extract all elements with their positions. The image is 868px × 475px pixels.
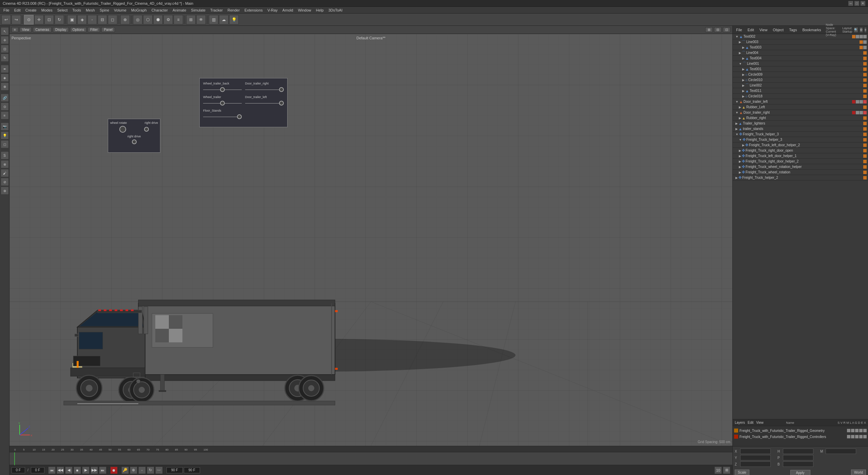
tree-item-rubber-left[interactable]: ▶ ▲ Rubber_Left bbox=[733, 104, 868, 110]
tree-item-left-door-helper-2[interactable]: ▶ ✤ Freight_Truck_left_door_helper_2 bbox=[733, 142, 868, 148]
rpt-bookmarks[interactable]: Bookmarks bbox=[800, 27, 823, 33]
tree-item-wheel-rotation[interactable]: ▶ ✤ Freight_Truck_wheel_rotation bbox=[733, 170, 868, 175]
tree-item-door-trailer-left[interactable]: ▼ ▲ Door_trailer_left bbox=[733, 99, 868, 104]
layers-view-tab[interactable]: View bbox=[756, 421, 764, 424]
menu-character[interactable]: Character bbox=[150, 7, 170, 13]
pb-motion-path[interactable]: 〰 bbox=[155, 467, 163, 474]
rotate-tool-button[interactable]: ↻ bbox=[55, 15, 64, 24]
rpt-search-btn[interactable]: 🔍 bbox=[854, 27, 858, 33]
menu-tools[interactable]: Tools bbox=[70, 7, 83, 13]
rig-knob-3[interactable] bbox=[237, 114, 242, 119]
pb-step-back[interactable]: ◀◀ bbox=[57, 467, 64, 474]
menu-select[interactable]: Select bbox=[55, 7, 70, 13]
left-snap-tool[interactable]: 🔗 bbox=[1, 94, 9, 102]
pb-stop[interactable]: ■ bbox=[74, 467, 81, 474]
vp-fullscreen-btn[interactable]: ⊡ bbox=[723, 27, 730, 32]
tree-item-text003[interactable]: ▶ ▲ Text003 bbox=[733, 45, 868, 50]
vp-maximize-btn[interactable]: ⊞ bbox=[705, 27, 713, 32]
close-button[interactable]: ✕ bbox=[861, 1, 865, 6]
object-mode-button[interactable]: ◈ bbox=[77, 15, 87, 24]
tree-item-freight-helper-3[interactable]: ▼ ✤ Freight_Truck_helper_3 bbox=[733, 132, 868, 137]
left-rig-tool[interactable]: S bbox=[1, 151, 9, 159]
enable-button[interactable]: ⊞ bbox=[186, 15, 196, 24]
tree-item-left-door-open[interactable]: ▶ ✤ Freight_Truck_right_door_open bbox=[733, 148, 868, 153]
rig-cab-knob-1[interactable] bbox=[119, 126, 126, 133]
pb-extra[interactable]: ⊞ bbox=[723, 467, 730, 474]
rig-knob-1[interactable] bbox=[220, 87, 225, 92]
menu-create[interactable]: Create bbox=[23, 7, 39, 13]
render-queue-button[interactable]: ≡ bbox=[174, 15, 183, 24]
world-button[interactable]: World bbox=[851, 470, 866, 475]
menu-3dstoai[interactable]: 3DsToAI bbox=[326, 7, 344, 13]
menu-volume[interactable]: Volume bbox=[112, 7, 129, 13]
coord-b-input[interactable] bbox=[783, 461, 813, 467]
coord-p-input[interactable] bbox=[783, 455, 813, 460]
tree-item-freight-helper-3b[interactable]: ▼ ✤ Freight_Truck_helper_3 bbox=[733, 137, 868, 142]
left-select-tool[interactable]: ↖ bbox=[1, 27, 9, 35]
layers-tab[interactable]: Layers bbox=[735, 421, 745, 424]
undo-button[interactable]: ↩ bbox=[1, 15, 11, 24]
vp-split-btn[interactable]: ⊟ bbox=[714, 27, 722, 32]
vp-panel-btn[interactable]: Panel bbox=[101, 27, 115, 32]
tree-item-line002[interactable]: ▶ ⌒ Line002 bbox=[733, 83, 868, 88]
end-frame-input[interactable] bbox=[166, 467, 183, 473]
tree-item-text011[interactable]: ▶ ▲ Text011 bbox=[733, 88, 868, 94]
vp-options-btn[interactable]: Options bbox=[70, 27, 86, 32]
tree-item-trailer-lighters[interactable]: ▶ ▲ Trailer_lighters bbox=[733, 121, 868, 126]
pb-record[interactable]: ⏺ bbox=[110, 467, 118, 474]
tree-item-freight-helper-2[interactable]: ▶ ✤ Freight_Truck_helper_2 bbox=[733, 175, 868, 180]
left-sculpt-tool[interactable]: ⊕ bbox=[1, 82, 9, 91]
menu-file[interactable]: File bbox=[1, 7, 12, 13]
layer-geometry[interactable]: Freight_Truck_with_Futuristic_Trailer_Ri… bbox=[734, 428, 867, 434]
render-button[interactable]: ◎ bbox=[133, 15, 142, 24]
pb-goto-end[interactable]: ⏭ bbox=[99, 467, 106, 474]
menu-vray[interactable]: V-Ray bbox=[265, 7, 280, 13]
menu-spine[interactable]: Spine bbox=[98, 7, 111, 13]
render-region-button[interactable]: ⬡ bbox=[143, 15, 153, 24]
menu-help[interactable]: Help bbox=[314, 7, 326, 13]
menu-mograph[interactable]: MoGraph bbox=[129, 7, 149, 13]
rpt-tags[interactable]: Tags bbox=[787, 27, 799, 33]
left-light-tool[interactable]: 💡 bbox=[1, 131, 9, 139]
menu-render[interactable]: Render bbox=[225, 7, 242, 13]
tree-item-text001[interactable]: ▶ ▲ Text001 bbox=[733, 66, 868, 72]
left-paint-tool[interactable]: 🖌 bbox=[1, 169, 9, 177]
poly-mode-button[interactable]: ◻ bbox=[108, 15, 117, 24]
menu-simulate[interactable]: Simulate bbox=[189, 7, 208, 13]
tree-item-circle009[interactable]: ▶ ○ Circle009 bbox=[733, 72, 868, 77]
pb-key-sel[interactable]: ◦ bbox=[138, 467, 146, 474]
left-move-tool[interactable]: ✛ bbox=[1, 36, 9, 44]
pb-key-all[interactable]: ⊕ bbox=[130, 467, 137, 474]
vp-cameras-btn[interactable]: Cameras bbox=[33, 27, 52, 32]
menu-window[interactable]: Window bbox=[296, 7, 313, 13]
menu-animate[interactable]: Animate bbox=[171, 7, 188, 13]
left-align-tool[interactable]: ≡ bbox=[1, 111, 9, 119]
sky-button[interactable]: ☁ bbox=[219, 15, 229, 24]
vp-filter-btn[interactable]: Filter bbox=[88, 27, 100, 32]
rpt-filter-btn[interactable]: ≡ bbox=[864, 27, 867, 33]
rig-cab-knob-2[interactable] bbox=[144, 127, 149, 132]
vp-display-btn[interactable]: Display bbox=[53, 27, 69, 32]
left-scale-tool[interactable]: ⊡ bbox=[1, 45, 9, 53]
tree-item-text004[interactable]: ▶ ▲ Text004 bbox=[733, 56, 868, 61]
rpt-object[interactable]: Object bbox=[771, 27, 786, 33]
pb-auto-key[interactable]: 🔑 bbox=[121, 467, 129, 474]
coord-z-input[interactable] bbox=[740, 461, 771, 467]
tree-item-circle018[interactable]: ▶ ○ Circle018 bbox=[733, 94, 868, 99]
tree-item-left-door-helper-1[interactable]: ▶ ✤ Freight_Truck_left_door_helper_1 bbox=[733, 153, 868, 159]
pb-play[interactable]: ▶ bbox=[82, 467, 90, 474]
redo-button[interactable]: ↪ bbox=[12, 15, 21, 24]
coord-h-input[interactable] bbox=[783, 449, 813, 454]
tree-item-line004[interactable]: ▶ ⌒ Line004 bbox=[733, 50, 868, 56]
coord-scale-input[interactable] bbox=[826, 449, 856, 454]
left-poly-tool[interactable]: ◈ bbox=[1, 74, 9, 82]
new-object-button[interactable]: ⊕ bbox=[120, 15, 130, 24]
pb-fps-setting[interactable]: 10 bbox=[714, 467, 722, 474]
menu-mesh[interactable]: Mesh bbox=[84, 7, 97, 13]
render-settings-button[interactable]: ⚙ bbox=[163, 15, 173, 24]
left-camera-tool[interactable]: 📷 bbox=[1, 122, 9, 131]
move-tool-button[interactable]: ✛ bbox=[34, 15, 44, 24]
pb-play-back[interactable]: ◀ bbox=[65, 467, 73, 474]
light-button[interactable]: 💡 bbox=[229, 15, 239, 24]
tree-item-trailer-stands[interactable]: ▶ ▲ trailer_stands bbox=[733, 126, 868, 132]
